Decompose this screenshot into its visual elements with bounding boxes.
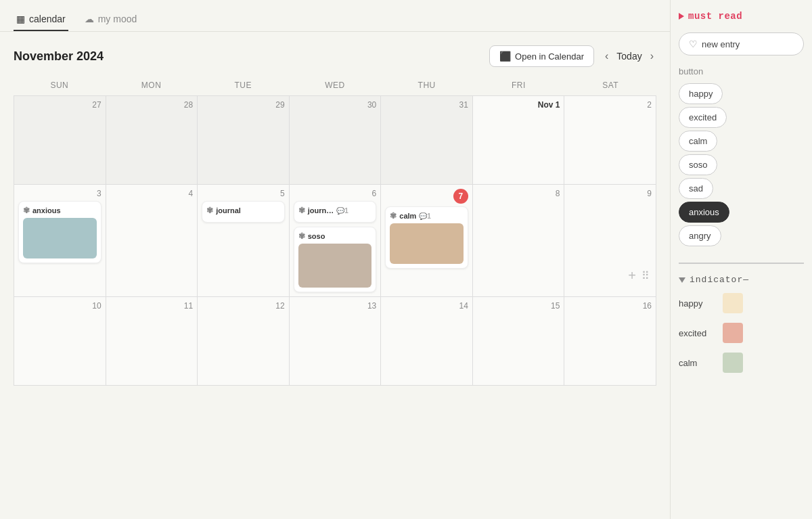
- day-cell-29[interactable]: 29: [198, 96, 289, 184]
- entry-symbol: ✾: [298, 231, 305, 241]
- nav-controls: ‹ Today ›: [602, 47, 656, 65]
- day-number: 28: [110, 100, 194, 110]
- day-header-tue: Tue: [197, 78, 289, 93]
- indicator-label: calm: [679, 358, 716, 368]
- day-cell-nov1[interactable]: Nov 1: [473, 96, 564, 184]
- day-cell-11[interactable]: 11: [106, 297, 198, 385]
- next-month-button[interactable]: ›: [648, 47, 656, 65]
- calendar-header: November 2024 ⬛ Open in Calendar ‹ Today…: [14, 45, 656, 67]
- mood-color-swatch: [390, 223, 464, 264]
- calendar-container: November 2024 ⬛ Open in Calendar ‹ Today…: [0, 32, 670, 519]
- mood-chip-calm[interactable]: calm: [679, 131, 717, 152]
- entry-card-journ[interactable]: ✾ journ… 💬1: [294, 201, 377, 223]
- new-entry-button[interactable]: ♡ new entry: [679, 32, 804, 55]
- mood-chip-angry[interactable]: angry: [679, 225, 721, 246]
- entry-symbol: ✾: [23, 206, 30, 215]
- day-number: 12: [202, 301, 285, 311]
- entry-card-anxious[interactable]: ✾ anxious: [18, 201, 102, 263]
- entry-title: ✾ anxious: [23, 206, 97, 215]
- day-header-mon: Mon: [106, 78, 198, 93]
- day-number: 5: [202, 189, 285, 198]
- day-cell-8[interactable]: 8: [473, 185, 564, 296]
- calendar-weeks-grid: 27 28 29 30 31 Nov 1 2: [14, 95, 656, 386]
- mood-color-swatch: [298, 244, 372, 288]
- day-cell-15[interactable]: 15: [473, 297, 564, 385]
- calendar-app-icon: ⬛: [499, 51, 511, 62]
- sidebar-divider: [679, 263, 804, 264]
- day-number: 14: [385, 301, 468, 311]
- day-number: 9: [568, 189, 652, 198]
- entry-card-journal[interactable]: ✾ journal: [202, 201, 285, 223]
- open-calendar-button[interactable]: ⬛ Open in Calendar: [489, 45, 594, 67]
- day-number: 31: [385, 100, 468, 110]
- day-cell-10[interactable]: 10: [14, 297, 106, 385]
- day-cell-6[interactable]: 6 ✾ journ… 💬1 ✾ soso: [290, 185, 381, 296]
- week-row-1: 27 28 29 30 31 Nov 1 2: [14, 96, 656, 184]
- mood-chip-sad[interactable]: sad: [679, 178, 713, 199]
- triangle-down-icon: [679, 277, 685, 283]
- day-number: 8: [477, 189, 560, 198]
- month-title: November 2024: [14, 49, 104, 64]
- day-cell-13[interactable]: 13: [290, 297, 381, 385]
- day-number: 6: [294, 189, 377, 198]
- tab-calendar[interactable]: ▦ calendar: [14, 8, 68, 31]
- day-header-sat: Sat: [564, 78, 656, 93]
- new-entry-label: new entry: [702, 39, 740, 49]
- day-cell-4[interactable]: 4: [106, 185, 198, 296]
- today-button[interactable]: Today: [616, 51, 641, 62]
- tab-calendar-label: calendar: [29, 14, 66, 24]
- indicator-label: excited: [679, 328, 716, 338]
- day-cell-31[interactable]: 31: [381, 96, 472, 184]
- mood-chip-soso[interactable]: soso: [679, 154, 717, 175]
- mood-chip-happy[interactable]: happy: [679, 83, 723, 104]
- day-cell-27[interactable]: 27: [14, 96, 106, 184]
- header-right: ⬛ Open in Calendar ‹ Today ›: [489, 45, 656, 67]
- day-cell-12[interactable]: 12: [198, 297, 289, 385]
- day-headers: Sun Mon Tue Wed Thu Fri Sat: [14, 78, 656, 93]
- day-header-sun: Sun: [14, 78, 106, 93]
- must-read-button[interactable]: must read: [679, 11, 742, 22]
- day-cell-30[interactable]: 30: [290, 96, 381, 184]
- day-number: 15: [477, 301, 560, 311]
- day-number: 13: [294, 301, 377, 311]
- indicator-label: happy: [679, 298, 716, 309]
- triangle-right-icon: [679, 13, 684, 20]
- entry-title: ✾ journal: [206, 206, 280, 215]
- add-entry-button[interactable]: +: [628, 268, 636, 284]
- add-grid-overlay: + ⠿: [628, 268, 650, 284]
- day-cell-3[interactable]: 3 ✾ anxious: [14, 185, 106, 296]
- entry-title: ✾ journ… 💬1: [298, 206, 372, 215]
- prev-month-button[interactable]: ‹: [602, 47, 611, 65]
- heart-icon: ♡: [689, 39, 698, 49]
- open-calendar-label: Open in Calendar: [515, 51, 584, 62]
- day-number: Nov 1: [477, 100, 560, 110]
- sidebar: must read ♡ new entry button happy excit…: [670, 0, 812, 519]
- entry-title: ✾ calm 💬1: [390, 211, 464, 221]
- mood-chip-anxious[interactable]: anxious: [679, 202, 729, 223]
- day-cell-16[interactable]: 16: [564, 297, 656, 385]
- day-number: 11: [110, 301, 194, 311]
- day-cell-7[interactable]: 7 ✾ calm 💬1: [381, 185, 472, 296]
- indicator-item-calm: calm: [679, 353, 804, 373]
- day-cell-14[interactable]: 14: [381, 297, 472, 385]
- entry-mood-label: soso: [308, 232, 325, 240]
- day-number: 16: [568, 301, 652, 311]
- entry-card-soso[interactable]: ✾ soso: [294, 227, 377, 292]
- week-row-2: 3 ✾ anxious 4 5 ✾: [14, 185, 656, 296]
- tab-my-mood[interactable]: ☁ my mood: [82, 8, 140, 31]
- sidebar-top: must read: [679, 11, 804, 22]
- must-read-label: must read: [688, 11, 742, 22]
- day-cell-28[interactable]: 28: [106, 96, 198, 184]
- entry-symbol: ✾: [298, 206, 305, 215]
- grid-view-button[interactable]: ⠿: [641, 269, 650, 282]
- indicator-header[interactable]: indicator—: [679, 275, 804, 285]
- entry-symbol: ✾: [390, 211, 397, 221]
- day-number: 27: [18, 100, 102, 110]
- entry-title: ✾ soso: [298, 231, 372, 241]
- day-cell-5[interactable]: 5 ✾ journal: [198, 185, 289, 296]
- mood-chip-excited[interactable]: excited: [679, 107, 727, 128]
- cloud-icon: ☁: [85, 14, 94, 24]
- entry-card-calm[interactable]: ✾ calm 💬1: [385, 206, 468, 269]
- indicator-section: indicator— happy excited calm: [679, 275, 804, 382]
- day-cell-2[interactable]: 2: [564, 96, 656, 184]
